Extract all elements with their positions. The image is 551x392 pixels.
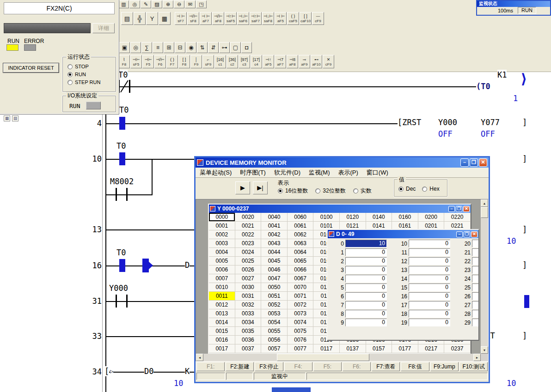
ladder-contact-energized[interactable] [119, 152, 125, 165]
y-device-cell[interactable]: 0002 [209, 230, 235, 239]
y-device-cell[interactable]: 0023 [235, 239, 262, 248]
close-button[interactable]: ✕ [479, 158, 487, 167]
scroll-left-icon[interactable]: ◄ [196, 354, 203, 361]
horizontal-scrollbar[interactable]: ◄ ► [196, 354, 481, 361]
monitor-start-button[interactable]: ▶ [235, 181, 250, 194]
minimize-button[interactable]: – [460, 158, 469, 167]
y-device-cell[interactable]: 0220 [444, 213, 471, 222]
y-device-cell[interactable]: 0070 [288, 283, 314, 292]
d-maximize-button[interactable]: ❐ [464, 231, 470, 237]
d-value-box[interactable] [472, 319, 478, 326]
dmm-menu-item[interactable]: 软元件(D) [270, 169, 305, 177]
y-device-cell[interactable]: 0073 [288, 309, 314, 318]
y-device-cell[interactable]: 0010 [209, 283, 235, 292]
fkey-button[interactable]: F6: [343, 362, 371, 371]
d-value-box[interactable] [472, 283, 478, 291]
y-device-cell[interactable]: 0100 [313, 213, 340, 222]
y-device-cell[interactable]: 0074 [288, 318, 314, 327]
y-device-cell[interactable]: 0062 [288, 230, 314, 239]
radio-step-run[interactable]: STEP RUN [67, 79, 100, 85]
y-device-cell[interactable]: 0027 [235, 274, 262, 283]
y-device-cell[interactable]: 0043 [261, 239, 288, 248]
ladder-contact-energized[interactable] [119, 259, 125, 272]
monitor-start-all-button[interactable]: ▶| [253, 181, 268, 194]
dmm-menu-item[interactable]: 监视(M) [305, 169, 334, 177]
d-value-box[interactable]: 0 [409, 240, 450, 247]
d-value-box[interactable]: 0 [345, 301, 387, 309]
y-device-cell[interactable]: 0040 [261, 213, 288, 222]
d-window-titlebar[interactable]: D 0- 49 – ❐ ✕ [328, 230, 478, 238]
y-device-cell[interactable]: 0017 [209, 344, 235, 353]
indicator-reset-button[interactable]: INDICATOR RESET [3, 63, 59, 73]
y-device-cell[interactable]: 0053 [261, 309, 288, 318]
y-device-cell[interactable]: 0005 [209, 257, 235, 265]
d-value-box[interactable]: 0 [409, 248, 450, 256]
fkey-button[interactable]: F4: [284, 362, 312, 371]
y-device-cell[interactable]: 0076 [288, 336, 314, 344]
y-device-cell[interactable]: 0026 [235, 265, 262, 274]
dmm-menu-item[interactable]: 时序图(T) [236, 169, 270, 177]
dmm-menu-item[interactable]: 菜单起动(S) [196, 169, 236, 177]
d-value-box[interactable]: 0 [409, 301, 450, 309]
y-device-cell[interactable]: 0064 [288, 248, 314, 257]
d-value-box[interactable]: 0 [409, 319, 450, 326]
y-device-cell[interactable]: 0014 [209, 318, 235, 327]
y-device-cell[interactable]: 0065 [288, 257, 314, 265]
y-device-cell[interactable]: 0015 [209, 327, 235, 336]
d-value-box[interactable]: 0 [345, 257, 387, 265]
scroll-down-icon[interactable]: ▼ [481, 346, 488, 354]
y-device-cell[interactable]: 0120 [340, 213, 366, 222]
d-value-box[interactable] [472, 257, 478, 265]
d-value-box[interactable] [472, 248, 478, 256]
y-device-cell[interactable]: 0057 [261, 344, 288, 353]
y-device-cell[interactable]: 0177 [392, 344, 418, 353]
y-device-cell[interactable]: 0037 [235, 344, 262, 353]
y-device-cell[interactable]: 0036 [235, 336, 262, 344]
y-device-cell[interactable]: 0066 [288, 265, 314, 274]
display-format-radio[interactable]: 16位整数 [278, 187, 308, 195]
y-maximize-button[interactable]: ❐ [456, 206, 462, 212]
y-device-cell[interactable]: 0035 [235, 327, 262, 336]
d-value-box[interactable]: 10 [345, 240, 387, 247]
value-format-radio[interactable]: Hex [422, 186, 439, 192]
y-device-cell[interactable]: 0157 [366, 344, 392, 353]
d-value-box[interactable]: 0 [345, 310, 387, 318]
d-value-box[interactable]: 0 [409, 292, 450, 300]
y-device-cell[interactable]: 0077 [288, 344, 314, 353]
d-value-box[interactable] [472, 310, 478, 318]
vertical-scrollbar[interactable]: ▲ ▼ [481, 199, 488, 354]
y-device-cell[interactable]: 0063 [288, 239, 314, 248]
y-device-cell[interactable]: 0016 [209, 336, 235, 344]
y-device-cell[interactable]: 0000 [209, 213, 235, 222]
scroll-up-icon[interactable]: ▲ [481, 199, 488, 207]
d-minimize-button[interactable]: – [456, 231, 463, 237]
y-device-cell[interactable]: 0032 [235, 301, 262, 309]
y-minimize-button[interactable]: – [448, 206, 455, 212]
fkey-button[interactable]: F7:查看 [372, 362, 400, 371]
ladder-contact[interactable] [118, 80, 130, 93]
d-value-box[interactable]: 0 [345, 319, 387, 326]
y-device-cell[interactable]: 0022 [235, 230, 262, 239]
radio-run[interactable]: RUN [67, 72, 100, 77]
maximize-button[interactable]: ❐ [470, 158, 478, 167]
d-close-button[interactable]: ✕ [471, 231, 478, 237]
y-device-cell[interactable]: 0006 [209, 265, 235, 274]
y-device-cell[interactable]: 0020 [235, 213, 262, 222]
y-device-cell[interactable]: 0045 [261, 257, 288, 265]
y-device-cell[interactable]: 0067 [288, 274, 314, 283]
y-device-cell[interactable]: 0061 [288, 222, 314, 230]
d-value-box[interactable]: 0 [409, 283, 450, 291]
fkey-button[interactable]: F8:值 [401, 362, 429, 371]
y-device-cell[interactable]: 0033 [235, 309, 262, 318]
y-device-cell[interactable]: 0160 [392, 213, 418, 222]
y-device-cell[interactable]: 0140 [366, 213, 392, 222]
y-close-button[interactable]: ✕ [463, 206, 470, 212]
y-device-cell[interactable]: 0044 [261, 248, 288, 257]
y-device-cell[interactable]: 0003 [209, 239, 235, 248]
d-value-box[interactable]: 0 [345, 283, 387, 291]
d-value-box[interactable] [472, 292, 478, 300]
y-device-cell[interactable]: 0075 [288, 327, 314, 336]
y-device-cell[interactable]: 0072 [288, 301, 314, 309]
fkey-button[interactable]: F3:停止 [255, 362, 283, 371]
display-format-radio[interactable]: 实数 [353, 187, 372, 195]
